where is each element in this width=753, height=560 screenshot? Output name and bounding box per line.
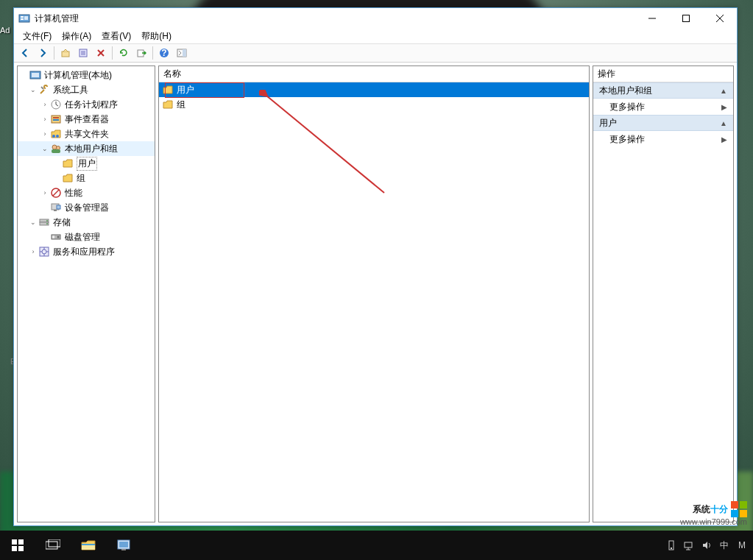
chevron-right-icon: ▶ xyxy=(721,103,727,111)
svg-rect-46 xyxy=(12,539,17,545)
export-list-button[interactable] xyxy=(133,45,149,61)
tree-system-tools[interactable]: ⌄ 系统工具 xyxy=(18,82,155,97)
file-explorer-button[interactable] xyxy=(71,531,106,560)
svg-rect-58 xyxy=(671,547,672,549)
list-row-groups[interactable]: 组 xyxy=(159,97,589,112)
column-header-name[interactable]: 名称 xyxy=(159,66,589,82)
forward-button[interactable] xyxy=(35,45,51,61)
svg-rect-50 xyxy=(46,542,57,549)
expand-icon[interactable]: › xyxy=(40,116,50,123)
tray-ime-m[interactable]: M xyxy=(735,531,749,560)
collapse-icon[interactable]: ⌄ xyxy=(28,219,38,226)
show-hide-actions-button[interactable] xyxy=(174,45,190,61)
expand-icon[interactable]: › xyxy=(40,130,50,138)
tree-performance[interactable]: › 性能 xyxy=(18,185,155,200)
expand-icon[interactable]: › xyxy=(28,248,38,255)
svg-rect-56 xyxy=(119,542,128,547)
actions-group-users[interactable]: 用户 ▲ xyxy=(593,115,733,131)
tree-event-viewer[interactable]: › 事件查看器 xyxy=(18,112,155,127)
list-pane: 名称 用户 组 xyxy=(158,65,590,522)
minimize-button[interactable] xyxy=(635,8,669,29)
close-button[interactable] xyxy=(703,8,737,29)
app-icon xyxy=(18,13,30,24)
expand-icon[interactable]: › xyxy=(40,189,50,196)
tree-task-scheduler[interactable]: › 任务计划程序 xyxy=(18,97,155,112)
help-button[interactable]: ? xyxy=(156,45,172,61)
actions-more-1[interactable]: 更多操作 ▶ xyxy=(593,99,733,115)
toolbar: ? xyxy=(14,43,737,63)
tree-shared-folders[interactable]: › 共享文件夹 xyxy=(18,127,155,141)
device-manager-icon xyxy=(50,202,62,213)
svg-rect-48 xyxy=(12,546,17,551)
svg-rect-19 xyxy=(183,49,186,57)
tree-label: 用户 xyxy=(77,157,97,171)
svg-rect-53 xyxy=(82,544,95,545)
computer-management-icon xyxy=(29,69,41,81)
tree-label: 性能 xyxy=(65,187,82,199)
event-viewer-icon xyxy=(50,113,62,125)
computer-management-window: 计算机管理 文件(F) 操作(A) 查看(V) 帮助(H) ? xyxy=(13,7,738,526)
tree-body[interactable]: 计算机管理(本地) ⌄ 系统工具 › 任务计划程序 › 事件查看器 xyxy=(18,66,155,522)
taskbar[interactable]: 中 M xyxy=(0,531,753,560)
tray-ime-zh[interactable]: 中 xyxy=(718,531,731,560)
svg-rect-5 xyxy=(683,15,690,22)
tree-root-label: 计算机管理(本地) xyxy=(44,69,112,82)
start-button[interactable] xyxy=(0,531,35,560)
expand-icon[interactable]: › xyxy=(40,101,50,108)
svg-point-28 xyxy=(52,145,57,149)
menu-action[interactable]: 操作(A) xyxy=(57,29,96,44)
tree-groups[interactable]: 组 xyxy=(18,171,155,185)
computer-management-taskbar-button[interactable] xyxy=(106,531,141,560)
storage-icon xyxy=(38,216,50,228)
tree-storage[interactable]: ⌄ 存储 xyxy=(18,215,155,230)
tree-label: 本地用户和组 xyxy=(65,143,118,155)
tree-root[interactable]: 计算机管理(本地) xyxy=(18,68,155,82)
tree-label: 磁盘管理 xyxy=(65,231,100,244)
collapse-icon[interactable]: ⌄ xyxy=(28,86,38,93)
desktop-left-icons: Ad E xyxy=(0,22,13,368)
tray-network-icon[interactable] xyxy=(682,531,696,560)
maximize-button[interactable] xyxy=(669,8,703,29)
actions-item-label: 更多操作 xyxy=(609,133,645,146)
delete-button[interactable] xyxy=(93,45,109,61)
properties-button[interactable] xyxy=(75,45,91,61)
back-button[interactable] xyxy=(17,45,33,61)
collapse-up-icon: ▲ xyxy=(720,87,727,95)
actions-more-2[interactable]: 更多操作 ▶ xyxy=(593,131,733,147)
tray-volume-icon[interactable] xyxy=(700,531,713,560)
menu-view[interactable]: 查看(V) xyxy=(97,29,135,44)
collapse-icon[interactable]: ⌄ xyxy=(40,145,50,152)
tree-label: 共享文件夹 xyxy=(65,128,109,141)
tray-device-icon[interactable] xyxy=(665,531,678,560)
folder-icon xyxy=(62,157,74,169)
tree-users[interactable]: 用户 xyxy=(18,156,155,171)
svg-rect-8 xyxy=(62,52,69,57)
menu-file[interactable]: 文件(F) xyxy=(18,29,56,44)
actions-item-label: 更多操作 xyxy=(609,101,645,113)
tree-local-users-groups[interactable]: ⌄ 本地用户和组 xyxy=(18,141,155,156)
tree-pane: 计算机管理(本地) ⌄ 系统工具 › 任务计划程序 › 事件查看器 xyxy=(17,65,155,522)
task-view-button[interactable] xyxy=(35,531,71,560)
svg-point-38 xyxy=(46,220,48,221)
refresh-button[interactable] xyxy=(116,45,132,61)
list-body[interactable]: 用户 组 xyxy=(159,82,589,522)
svg-rect-24 xyxy=(53,117,59,118)
titlebar[interactable]: 计算机管理 xyxy=(14,8,737,29)
svg-rect-34 xyxy=(54,210,57,211)
tree-disk-management[interactable]: 磁盘管理 xyxy=(18,230,155,244)
tree-label: 组 xyxy=(77,172,85,185)
list-row-label: 用户 xyxy=(177,84,194,96)
tree-label: 服务和应用程序 xyxy=(53,246,115,258)
up-level-button[interactable] xyxy=(57,45,74,61)
tree-services-apps[interactable]: › 服务和应用程序 xyxy=(18,244,155,259)
tree-label: 事件查看器 xyxy=(65,113,109,126)
tree-device-manager[interactable]: 设备管理器 xyxy=(18,200,155,215)
actions-group-local-users[interactable]: 本地用户和组 ▲ xyxy=(593,82,733,99)
actions-group-label: 用户 xyxy=(599,117,617,130)
tree-label: 系统工具 xyxy=(53,84,88,96)
menu-help[interactable]: 帮助(H) xyxy=(137,29,176,44)
list-row-users[interactable]: 用户 xyxy=(159,82,589,97)
actions-header: 操作 xyxy=(593,66,733,82)
svg-rect-42 xyxy=(52,235,54,238)
svg-point-39 xyxy=(46,223,48,224)
